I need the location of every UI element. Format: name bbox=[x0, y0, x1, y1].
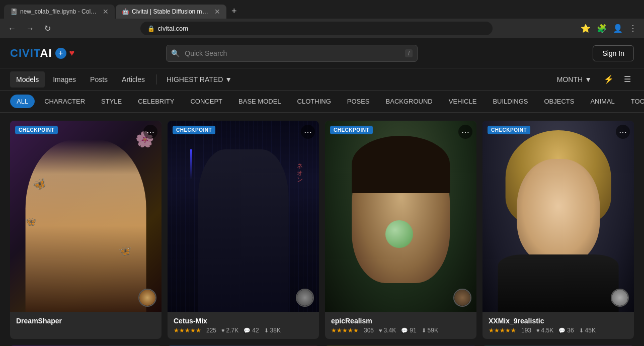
logo-add-button[interactable]: + bbox=[55, 48, 66, 59]
card-footer-3: epicRealism ★★★★★ 305 ♥ 3.4K 💬 91 ⬇ 59K bbox=[325, 312, 476, 339]
card-avatar-4 bbox=[611, 289, 629, 307]
browser-tab-1[interactable]: 📓 new_colab_file.ipynb - Colabora... ✕ bbox=[4, 5, 115, 19]
browser-action-buttons: ⭐ 🧩 👤 ⋮ bbox=[579, 22, 639, 35]
card-title-4: XXMix_9realistic bbox=[489, 317, 628, 325]
tab1-close[interactable]: ✕ bbox=[103, 8, 109, 16]
site-header: CIVITAI + ♥ 🔍 / Sign In bbox=[0, 38, 644, 68]
extensions-button[interactable]: 🧩 bbox=[595, 22, 609, 35]
bookmark-button[interactable]: ⭐ bbox=[579, 22, 593, 35]
sort-label: HIGHEST RATED bbox=[167, 75, 223, 83]
models-grid: 🦋 🦋 🦋 🌸 CHECKPOINT ⋯ DreamShaper bbox=[10, 121, 634, 339]
download-icon-2: ⬇ bbox=[264, 327, 269, 334]
sign-in-button[interactable]: Sign In bbox=[593, 45, 634, 61]
category-celebrity[interactable]: CELEBRITY bbox=[131, 95, 181, 108]
nav-images[interactable]: Images bbox=[47, 71, 82, 88]
model-card-cetusmix[interactable]: ネオン CHECKPOINT ⋯ Cetus-Mix ★★★★★ bbox=[168, 121, 319, 339]
comment-icon-4: 💬 bbox=[558, 327, 566, 334]
download-icon-3: ⬇ bbox=[422, 327, 426, 334]
rating-count-4: 193 bbox=[521, 327, 531, 334]
card-title-2: Cetus-Mix bbox=[174, 317, 313, 325]
category-background[interactable]: BACKGROUND bbox=[379, 95, 439, 108]
comments-3: 💬 91 bbox=[401, 327, 416, 334]
card-menu-button-4[interactable]: ⋯ bbox=[616, 125, 630, 139]
download-icon-4: ⬇ bbox=[579, 327, 584, 334]
logo-text: CIVITAI bbox=[10, 47, 52, 60]
nav-posts[interactable]: Posts bbox=[84, 71, 114, 88]
model-card-dreamshaper[interactable]: 🦋 🦋 🦋 🌸 CHECKPOINT ⋯ DreamShaper bbox=[10, 121, 162, 339]
forward-button[interactable]: → bbox=[23, 22, 37, 35]
reload-button[interactable]: ↻ bbox=[41, 22, 54, 35]
nav-articles[interactable]: Articles bbox=[116, 71, 151, 88]
category-poses[interactable]: POSES bbox=[341, 95, 376, 108]
rating-count-3: 305 bbox=[364, 327, 374, 334]
category-tool[interactable]: TOOL bbox=[624, 95, 644, 108]
card-badge-1: CHECKPOINT bbox=[15, 126, 58, 134]
card-stats-2: ★★★★★ 225 ♥ 2.7K 💬 42 ⬇ 38K bbox=[174, 327, 313, 334]
sort-chevron: ▼ bbox=[225, 75, 232, 83]
nav-right: MONTH ▼ ⚡ ☰ bbox=[552, 71, 634, 87]
filter-button[interactable]: ⚡ bbox=[601, 71, 617, 87]
category-animal[interactable]: ANIMAL bbox=[584, 95, 621, 108]
nav-models[interactable]: Models bbox=[10, 71, 45, 88]
card-menu-button-2[interactable]: ⋯ bbox=[301, 125, 315, 139]
search-bar: 🔍 / bbox=[166, 45, 418, 62]
comment-icon-3: 💬 bbox=[401, 327, 408, 334]
model-card-epicrealism[interactable]: CHECKPOINT ⋯ epicRealism ★★★★★ 305 ♥ 3.4… bbox=[325, 121, 476, 339]
card-menu-button-1[interactable]: ⋯ bbox=[143, 125, 157, 139]
category-all[interactable]: ALL bbox=[10, 95, 35, 108]
downloads-3: ⬇ 59K bbox=[422, 327, 438, 334]
butterfly-2: 🦋 bbox=[24, 215, 37, 228]
card-menu-button-3[interactable]: ⋯ bbox=[458, 125, 472, 139]
search-input[interactable] bbox=[166, 45, 418, 62]
grid-view-button[interactable]: ☰ bbox=[621, 71, 634, 87]
tab1-title: new_colab_file.ipynb - Colabora... bbox=[20, 8, 100, 15]
address-bar-container[interactable]: 🔒 bbox=[140, 22, 493, 35]
site-logo[interactable]: CIVITAI + ♥ bbox=[10, 47, 74, 60]
card-image-1: 🦋 🦋 🦋 🌸 CHECKPOINT ⋯ bbox=[10, 121, 162, 312]
profile-button[interactable]: 👤 bbox=[611, 22, 625, 35]
figure-1 bbox=[25, 140, 146, 312]
url-input[interactable] bbox=[158, 25, 486, 32]
card-stars-3: ★★★★★ bbox=[331, 327, 359, 334]
period-label: MONTH bbox=[557, 75, 583, 83]
back-button[interactable]: ← bbox=[5, 22, 19, 35]
category-base-model[interactable]: BASE MODEL bbox=[232, 95, 288, 108]
tab2-close[interactable]: ✕ bbox=[214, 8, 220, 16]
card-image-4: CHECKPOINT ⋯ bbox=[482, 121, 634, 312]
lock-icon: 🔒 bbox=[147, 25, 155, 32]
browser-tab-2[interactable]: 🤖 Civitai | Stable Diffusion models... ✕ bbox=[116, 5, 226, 19]
face-shape-4 bbox=[517, 159, 600, 264]
menu-button[interactable]: ⋮ bbox=[627, 22, 639, 35]
category-vehicle[interactable]: VEHICLE bbox=[442, 95, 484, 108]
category-concept[interactable]: CONCEPT bbox=[184, 95, 229, 108]
sort-dropdown[interactable]: HIGHEST RATED ▼ bbox=[162, 72, 237, 86]
butterfly-3: 🦋 bbox=[119, 245, 131, 257]
period-dropdown[interactable]: MONTH ▼ bbox=[552, 72, 597, 86]
category-style[interactable]: STYLE bbox=[95, 95, 128, 108]
browser-chrome: 📓 new_colab_file.ipynb - Colabora... ✕ 🤖… bbox=[0, 0, 644, 38]
comments-4: 💬 36 bbox=[558, 327, 574, 334]
anime-figure bbox=[198, 149, 289, 312]
category-bar: ALL CHARACTER STYLE CELEBRITY CONCEPT BA… bbox=[0, 91, 644, 113]
city-bg: ネオン bbox=[168, 121, 319, 312]
tab2-favicon: 🤖 bbox=[122, 8, 129, 15]
category-objects[interactable]: OBJECTS bbox=[537, 95, 581, 108]
card-badge-4: CHECKPOINT bbox=[488, 126, 530, 134]
category-clothing[interactable]: CLOTHING bbox=[291, 95, 338, 108]
nav-bar: Models Images Posts Articles HIGHEST RAT… bbox=[0, 68, 644, 91]
tab1-favicon: 📓 bbox=[10, 8, 17, 15]
card-avatar-3 bbox=[453, 289, 471, 307]
heart-icon[interactable]: ♥ bbox=[69, 48, 75, 58]
card-footer-2: Cetus-Mix ★★★★★ 225 ♥ 2.7K 💬 42 ⬇ 38K bbox=[168, 312, 319, 339]
downloads-2: ⬇ 38K bbox=[264, 327, 281, 334]
browser-navigation-bar: ← → ↻ 🔒 ⭐ 🧩 👤 ⋮ bbox=[0, 19, 644, 38]
category-buildings[interactable]: BUILDINGS bbox=[486, 95, 534, 108]
add-tab-button[interactable]: + bbox=[227, 4, 241, 19]
browser-tabs: 📓 new_colab_file.ipynb - Colabora... ✕ 🤖… bbox=[0, 0, 644, 19]
category-character[interactable]: CHARACTER bbox=[38, 95, 92, 108]
card-footer-4: XXMix_9realistic ★★★★★ 193 ♥ 4.5K 💬 36 ⬇… bbox=[482, 312, 634, 339]
model-card-xxmix[interactable]: CHECKPOINT ⋯ XXMix_9realistic ★★★★★ 193 … bbox=[482, 121, 634, 339]
header-right: Sign In bbox=[593, 45, 634, 61]
likes-2: ♥ 2.7K bbox=[221, 327, 238, 334]
card-stats-3: ★★★★★ 305 ♥ 3.4K 💬 91 ⬇ 59K bbox=[331, 327, 470, 334]
